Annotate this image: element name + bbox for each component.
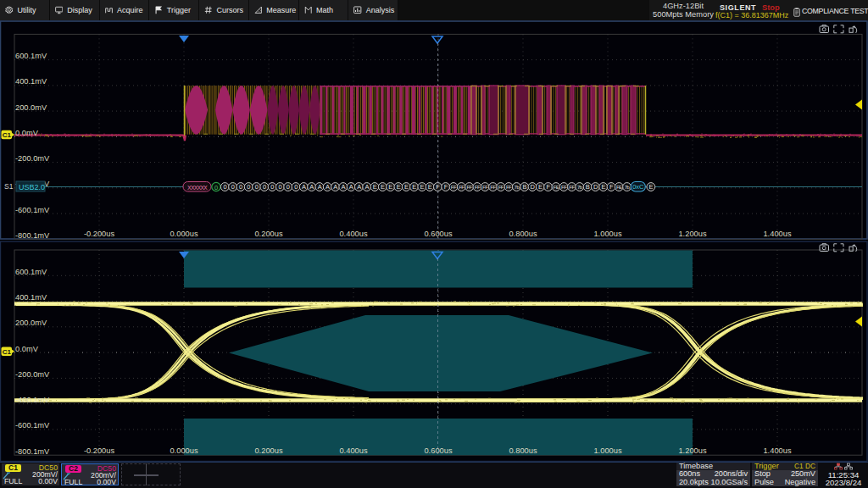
svg-text:B: B [586, 183, 590, 191]
svg-text:0: 0 [294, 183, 298, 191]
svg-text:E: E [420, 183, 425, 191]
svg-text:S1: S1 [4, 182, 14, 191]
svg-text:200.0mV: 200.0mV [15, 319, 47, 327]
svg-text:0: 0 [223, 183, 226, 191]
svg-text:600.1mV: 600.1mV [15, 52, 47, 60]
svg-text:A: A [364, 183, 369, 191]
svg-text:FF: FF [475, 185, 481, 190]
svg-text:FE: FE [554, 185, 559, 190]
svg-text:A: A [309, 183, 314, 191]
svg-text:A: A [349, 183, 353, 191]
svg-text:B: B [522, 183, 526, 191]
svg-text:1.400us: 1.400us [763, 446, 791, 455]
svg-text:0.400us: 0.400us [339, 446, 367, 455]
svg-text:0.600us: 0.600us [424, 230, 452, 238]
svg-text:A: A [326, 183, 330, 191]
svg-text:C1: C1 [3, 348, 12, 356]
svg-text:-600.1mV: -600.1mV [15, 206, 50, 214]
svg-text:FF: FF [451, 185, 457, 190]
svg-text:A: A [302, 183, 306, 191]
svg-text:E: E [538, 183, 542, 191]
svg-text:E: E [601, 183, 605, 191]
svg-text:A: A [342, 183, 346, 191]
svg-text:-800.1mV: -800.1mV [15, 231, 50, 240]
svg-text:0: 0 [270, 183, 274, 191]
svg-text:1.200us: 1.200us [678, 230, 706, 238]
svg-text:E: E [373, 183, 377, 191]
svg-text:FF: FF [482, 185, 488, 190]
svg-text:USB2.0: USB2.0 [19, 183, 45, 191]
svg-text:0: 0 [263, 183, 266, 191]
svg-text:-0.200us: -0.200us [84, 230, 115, 238]
svg-text:1.000us: 1.000us [593, 230, 621, 238]
svg-text:0.000us: 0.000us [170, 230, 198, 238]
svg-text:C1: C1 [3, 131, 12, 139]
svg-text:FF: FF [569, 185, 575, 190]
svg-text:E: E [388, 183, 392, 191]
svg-text:-200.0mV: -200.0mV [15, 154, 50, 163]
svg-text:0: 0 [239, 183, 242, 191]
svg-text:0.800us: 0.800us [509, 446, 537, 455]
svg-text:0.400us: 0.400us [339, 230, 367, 238]
svg-text:FE: FE [616, 185, 622, 190]
svg-text:0.200us: 0.200us [254, 230, 282, 238]
svg-text:0.000us: 0.000us [170, 446, 198, 455]
svg-text:0xC: 0xC [632, 183, 644, 191]
svg-text:0: 0 [247, 183, 250, 191]
svg-text:A: A [333, 183, 337, 191]
svg-text:0: 0 [231, 183, 235, 191]
svg-text:200.0mV: 200.0mV [15, 103, 47, 112]
svg-text:-200.0mV: -200.0mV [15, 370, 50, 379]
svg-text:A: A [357, 183, 361, 191]
svg-text:1.400us: 1.400us [763, 230, 791, 238]
svg-text:0: 0 [279, 183, 282, 191]
svg-text:0.0mV: 0.0mV [15, 345, 39, 353]
svg-text:0: 0 [214, 184, 218, 191]
svg-text:E: E [381, 183, 385, 191]
svg-text:E: E [412, 183, 416, 191]
svg-text:FF: FF [561, 185, 567, 190]
svg-text:FF: FF [490, 185, 496, 190]
svg-text:E: E [648, 183, 653, 191]
svg-text:E: E [428, 183, 432, 191]
svg-text:XXXXXX: XXXXXX [187, 184, 208, 191]
svg-text:-800.1mV: -800.1mV [15, 447, 50, 456]
svg-text:FF: FF [459, 185, 465, 190]
svg-text:0.600us: 0.600us [424, 446, 452, 455]
svg-text:FF: FF [506, 185, 512, 190]
svg-text:-400.1mV: -400.1mV [15, 396, 50, 404]
svg-text:-600.1mV: -600.1mV [15, 421, 50, 430]
svg-text:0.200us: 0.200us [254, 446, 282, 455]
svg-text:0: 0 [287, 183, 290, 191]
svg-text:-0.200us: -0.200us [84, 446, 115, 455]
svg-text:E: E [404, 183, 409, 191]
svg-text:1.200us: 1.200us [678, 446, 706, 455]
svg-text:FF: FF [498, 185, 504, 190]
svg-text:400.1mV: 400.1mV [15, 77, 47, 86]
svg-text:1.000us: 1.000us [593, 446, 621, 455]
svg-text:0: 0 [255, 183, 259, 191]
svg-text:0.800us: 0.800us [509, 230, 537, 238]
svg-text:600.1mV: 600.1mV [15, 268, 47, 276]
svg-text:E: E [397, 183, 401, 191]
svg-text:0.0mV: 0.0mV [15, 129, 39, 137]
svg-text:FF: FF [466, 185, 472, 190]
svg-text:A: A [318, 183, 322, 191]
svg-text:400.1mV: 400.1mV [15, 293, 47, 302]
